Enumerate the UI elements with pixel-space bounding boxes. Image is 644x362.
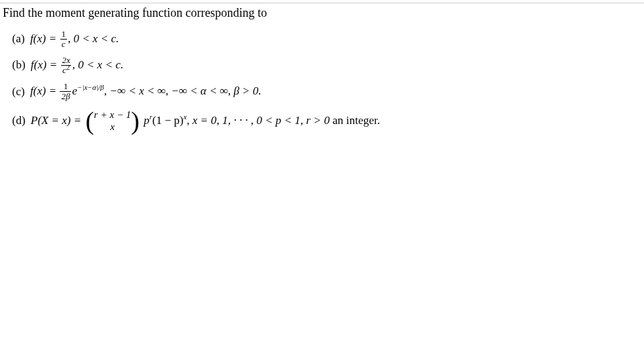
lhs: f(x) =	[30, 32, 60, 45]
binom-top: r + x − 1	[94, 109, 131, 121]
item-a: (a) f(x) = 1 c , 0 < x < c.	[12, 29, 636, 49]
item-c: (c) f(x) = 1 2β e−|x−α|/β, −∞ < x < ∞, −…	[12, 82, 636, 101]
item-b-expr: f(x) = 2x c2 , 0 < x < c.	[31, 56, 123, 75]
item-d-expr: P(X = x) = ( r + x − 1 x ) pr(1 − p)x, x…	[31, 109, 380, 134]
den: 2β	[61, 91, 70, 101]
item-d-label: (d)	[12, 111, 25, 131]
item-a-label: (a)	[12, 29, 25, 49]
binom-bot: x	[110, 121, 115, 133]
paren-right: )	[131, 111, 140, 131]
item-c-label: (c)	[12, 82, 25, 102]
cond: , 0 < x < c.	[72, 58, 123, 71]
binomial: ( r + x − 1 x )	[85, 109, 140, 134]
exp: −|x−α|/β	[77, 84, 104, 92]
frac: 2x c2	[60, 56, 71, 74]
problem-list: (a) f(x) = 1 c , 0 < x < c. (b) f(x) = 2…	[0, 29, 644, 133]
num: 1	[60, 29, 67, 39]
lhs: f(x) =	[30, 84, 60, 97]
paren-left: (	[85, 111, 94, 131]
p: p	[144, 113, 150, 126]
problem-statement: Find the moment generating function corr…	[0, 3, 644, 29]
item-d: (d) P(X = x) = ( r + x − 1 x ) pr(1 − p)…	[12, 109, 636, 134]
den-sup: 2	[66, 63, 70, 71]
frac: 1 2β	[60, 82, 71, 101]
item-b: (b) f(x) = 2x c2 , 0 < x < c.	[12, 56, 636, 75]
num: 1	[62, 82, 70, 91]
one-minus-p: (1 − p)	[152, 113, 183, 126]
e: e	[72, 84, 77, 97]
lhs: f(x) =	[31, 58, 60, 71]
header-text: Find the moment generating function corr…	[3, 6, 267, 19]
item-c-expr: f(x) = 1 2β e−|x−α|/β, −∞ < x < ∞, −∞ < …	[30, 82, 262, 101]
frac: 1 c	[60, 29, 67, 48]
item-a-expr: f(x) = 1 c , 0 < x < c.	[30, 29, 119, 49]
cond1: , x = 0, 1, · · · , 0 < p < 1, r > 0	[186, 113, 332, 126]
item-b-label: (b)	[12, 56, 25, 75]
cond2: an integer.	[333, 113, 380, 126]
cond: , 0 < x < c.	[68, 32, 119, 45]
binom-inner: r + x − 1 x	[94, 109, 131, 134]
den: c	[62, 39, 66, 49]
lhs: P(X = x) =	[31, 113, 85, 126]
cond: , −∞ < x < ∞, −∞ < α < ∞, β > 0.	[104, 84, 261, 97]
